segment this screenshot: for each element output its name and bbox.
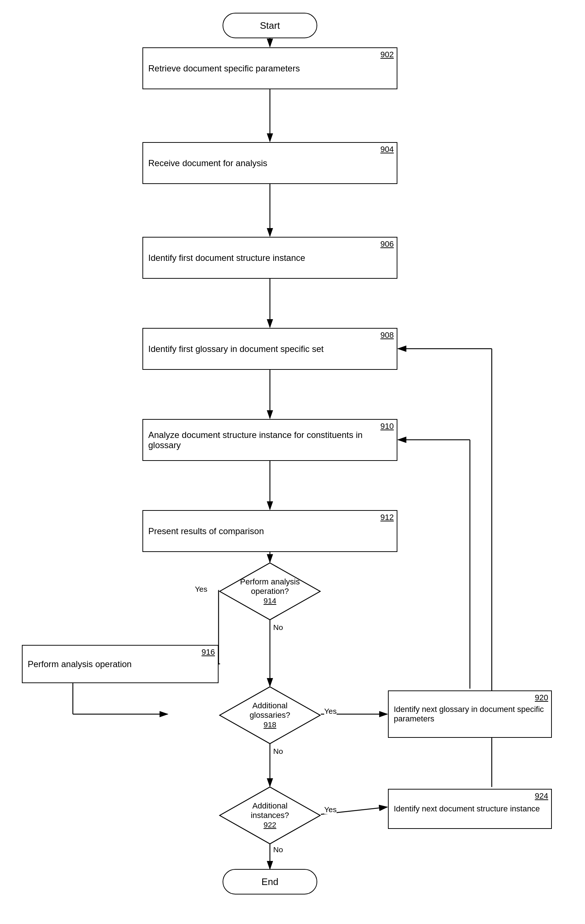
box-916-text: Perform analysis operation bbox=[28, 659, 132, 669]
ref-906: 906 bbox=[380, 239, 394, 249]
diamond-918: Additionalglossaries? 918 bbox=[219, 686, 321, 744]
diagram-container: Start Retrieve document specific paramet… bbox=[0, 0, 585, 924]
box-902-text: Retrieve document specific parameters bbox=[148, 63, 300, 74]
no-914-label: No bbox=[273, 623, 283, 632]
box-920-text: Identify next glossary in document speci… bbox=[394, 705, 546, 724]
box-920: Identify next glossary in document speci… bbox=[388, 690, 552, 738]
no-918-label: No bbox=[273, 747, 283, 756]
ref-902: 902 bbox=[380, 50, 394, 59]
box-924: Identify next document structure instanc… bbox=[388, 789, 552, 829]
no-922-label: No bbox=[273, 845, 283, 854]
box-902: Retrieve document specific parameters 90… bbox=[142, 47, 397, 89]
ref-904: 904 bbox=[380, 145, 394, 154]
end-pill: End bbox=[222, 869, 317, 894]
end-label: End bbox=[262, 876, 278, 888]
box-910-text: Analyze document structure instance for … bbox=[148, 430, 392, 450]
ref-916: 916 bbox=[201, 647, 215, 657]
ref-924: 924 bbox=[535, 791, 548, 801]
svg-marker-23 bbox=[220, 563, 320, 620]
box-924-text: Identify next document structure instanc… bbox=[394, 804, 540, 813]
diamond-922-shape bbox=[219, 786, 321, 845]
diamond-922: Additionalinstances? 922 bbox=[219, 786, 321, 845]
ref-912: 912 bbox=[380, 513, 394, 522]
yes-922-label: Yes bbox=[324, 805, 336, 814]
box-904: Receive document for analysis 904 bbox=[142, 142, 397, 184]
ref-910: 910 bbox=[380, 422, 394, 431]
box-910: Analyze document structure instance for … bbox=[142, 419, 397, 461]
box-908: Identify first glossary in document spec… bbox=[142, 328, 397, 370]
start-pill: Start bbox=[222, 13, 317, 38]
box-908-text: Identify first glossary in document spec… bbox=[148, 344, 324, 354]
box-906: Identify first document structure instan… bbox=[142, 237, 397, 279]
ref-908: 908 bbox=[380, 330, 394, 340]
box-904-text: Receive document for analysis bbox=[148, 158, 267, 168]
box-912-text: Present results of comparison bbox=[148, 526, 264, 536]
start-label: Start bbox=[260, 20, 280, 31]
box-912: Present results of comparison 912 bbox=[142, 510, 397, 552]
arrows-svg bbox=[0, 0, 585, 924]
svg-marker-24 bbox=[220, 687, 320, 744]
diamond-918-shape bbox=[219, 686, 321, 744]
yes-918-label: Yes bbox=[324, 707, 336, 716]
ref-920: 920 bbox=[535, 693, 548, 703]
box-906-text: Identify first document structure instan… bbox=[148, 253, 305, 263]
diamond-914-shape bbox=[219, 562, 321, 620]
svg-marker-25 bbox=[220, 787, 320, 844]
yes-914-label: Yes bbox=[195, 585, 207, 594]
box-916: Perform analysis operation 916 bbox=[22, 645, 219, 683]
diamond-914: Perform analysisoperation? 914 bbox=[219, 562, 321, 620]
